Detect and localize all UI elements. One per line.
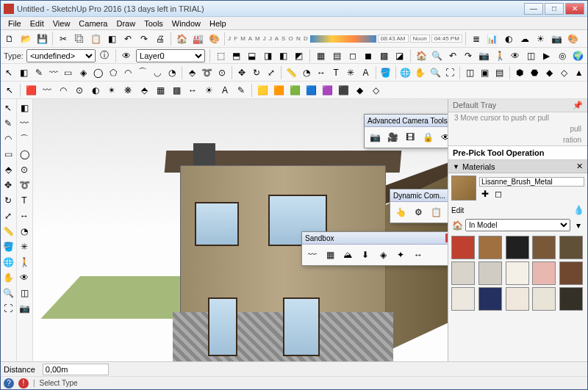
lt-pan-icon[interactable]: ✋ — [1, 270, 15, 285]
plugin10-icon[interactable]: ▩ — [169, 83, 184, 98]
sand-contour-icon[interactable]: 〰 — [304, 247, 320, 263]
lt-line-icon[interactable]: ✎ — [1, 116, 15, 131]
left-icon[interactable]: ◩ — [293, 48, 305, 63]
maximize-button[interactable]: □ — [545, 3, 564, 15]
anim-icon[interactable]: ▶ — [540, 48, 553, 63]
lt-paint-icon[interactable]: 🪣 — [1, 239, 15, 254]
lt2-section-icon[interactable]: ◫ — [17, 286, 32, 300]
pushpull-icon[interactable]: ⬘ — [185, 65, 198, 80]
tray-pin-icon[interactable]: 📌 — [573, 101, 583, 110]
home-view-icon[interactable]: 🏠 — [415, 48, 428, 63]
material-swatch[interactable] — [506, 236, 529, 259]
menu-help[interactable]: Help — [205, 18, 231, 29]
material-swatch[interactable] — [451, 261, 475, 285]
walk-icon[interactable]: 🚶 — [493, 48, 506, 63]
outliner-icon[interactable]: 📊 — [485, 32, 500, 46]
axes-icon[interactable]: ✳ — [344, 65, 357, 80]
styles2-icon[interactable]: 🎨 — [566, 32, 581, 46]
solid4-icon[interactable]: ◇ — [557, 65, 570, 80]
type-select[interactable]: <undefined> — [26, 49, 96, 62]
shadow-time-slider[interactable] — [310, 35, 376, 43]
sectioncut-icon[interactable]: ▤ — [493, 65, 506, 80]
circle-icon[interactable]: ◯ — [91, 65, 104, 80]
look-icon[interactable]: 👁 — [509, 48, 522, 63]
plugin20-icon[interactable]: ⬛ — [336, 83, 351, 98]
cam-tool3-icon[interactable]: 🎞 — [402, 129, 418, 145]
geo-icon[interactable]: 🌍 — [572, 48, 584, 63]
sectiondisp-icon[interactable]: ▣ — [478, 65, 492, 80]
lt2-eraser-icon[interactable]: ◧ — [17, 101, 32, 115]
menu-camera[interactable]: Camera — [74, 18, 112, 29]
lt2-dims-icon[interactable]: ↔ — [17, 209, 32, 223]
plugin11-icon[interactable]: ↔ — [185, 83, 200, 98]
menu-draw[interactable]: Draw — [112, 18, 140, 29]
eyedropper-icon[interactable]: 💧 — [573, 204, 584, 216]
paint-icon[interactable]: 🪣 — [379, 65, 392, 80]
lt2-arc2-icon[interactable]: ⌒ — [17, 131, 32, 146]
home-material-icon[interactable]: 🏠 — [451, 220, 463, 231]
plugin21-icon[interactable]: ◆ — [352, 83, 367, 98]
plugin2-icon[interactable]: 〰 — [40, 83, 54, 98]
open-icon[interactable]: 📂 — [18, 32, 33, 46]
lt2-protractor-icon[interactable]: ◔ — [17, 224, 32, 239]
plugin1-icon[interactable]: 🟥 — [24, 83, 38, 98]
arc-icon[interactable]: ◠ — [121, 65, 135, 80]
help-icon[interactable]: ? — [4, 378, 14, 389]
select2-icon[interactable]: ↖ — [2, 83, 17, 98]
rect-icon[interactable]: ▭ — [62, 65, 75, 80]
lt-move-icon[interactable]: ✥ — [1, 178, 15, 192]
camera2-icon[interactable]: 📷 — [550, 32, 564, 46]
layer-visible-icon[interactable]: 👁 — [121, 48, 133, 63]
tape-icon[interactable]: 📏 — [284, 65, 298, 80]
sand-smoove-icon[interactable]: ⛰ — [340, 247, 356, 263]
match-icon[interactable]: ◎ — [556, 48, 569, 63]
plugin14-icon[interactable]: ✎ — [234, 83, 248, 98]
distance-input[interactable] — [43, 364, 109, 375]
3dtext-icon[interactable]: A — [359, 65, 372, 80]
cam-tool1-icon[interactable]: 📷 — [367, 129, 383, 145]
close-button[interactable]: ✕ — [565, 3, 584, 15]
back-icon[interactable]: ◧ — [277, 48, 290, 63]
arc2-icon[interactable]: ⌒ — [136, 65, 149, 80]
orbit-icon[interactable]: 🌐 — [399, 65, 412, 80]
material-swatch[interactable] — [532, 287, 556, 311]
solid3-icon[interactable]: ◆ — [542, 65, 556, 80]
plugin18-icon[interactable]: 🟦 — [304, 83, 318, 98]
plugin13-icon[interactable]: A — [218, 83, 232, 98]
materials-header[interactable]: ▼ Materials ✕ — [448, 160, 587, 173]
lt2-walk-icon[interactable]: 🚶 — [17, 255, 32, 270]
eraser2-icon[interactable]: ◧ — [17, 65, 30, 80]
material-swatch[interactable] — [559, 287, 583, 311]
material-name-input[interactable] — [479, 177, 584, 187]
menu-window[interactable]: Window — [168, 18, 205, 29]
follow-icon[interactable]: ➰ — [201, 65, 214, 80]
solid1-icon[interactable]: ⬢ — [513, 65, 526, 80]
material-swatch[interactable] — [559, 261, 583, 285]
solid2-icon[interactable]: ⬣ — [528, 65, 541, 80]
iso-icon[interactable]: ⬚ — [215, 48, 227, 63]
lt-scale-icon[interactable]: ⤢ — [1, 209, 15, 223]
eraser-icon[interactable]: ◧ — [104, 32, 119, 46]
minimize-button[interactable]: — — [524, 3, 543, 15]
sand-stamp-icon[interactable]: ⬇ — [357, 247, 373, 263]
lt2-freehand-icon[interactable]: 〰 — [17, 116, 32, 131]
lt-zoom-icon[interactable]: 🔍 — [1, 286, 15, 300]
material-swatch[interactable] — [532, 236, 556, 259]
undo-icon[interactable]: ↶ — [121, 32, 135, 46]
protractor-icon[interactable]: ◔ — [300, 65, 313, 80]
menu-view[interactable]: View — [49, 18, 75, 29]
extension-icon[interactable]: 🎨 — [207, 32, 221, 46]
material-scope-select[interactable]: In Model — [465, 219, 570, 231]
plugin4-icon[interactable]: ⊙ — [72, 83, 87, 98]
material-swatch[interactable] — [559, 236, 583, 259]
rotate-icon[interactable]: ↻ — [250, 65, 263, 80]
print-icon[interactable]: 🖨 — [153, 32, 168, 46]
plugin9-icon[interactable]: ▦ — [153, 83, 168, 98]
select-icon[interactable]: ↖ — [2, 65, 15, 80]
front-icon[interactable]: ⬓ — [245, 48, 258, 63]
lt2-follow-icon[interactable]: ➰ — [17, 178, 32, 192]
top-icon[interactable]: ⬒ — [230, 48, 243, 63]
material-swatch[interactable] — [478, 261, 502, 285]
wire-icon[interactable]: ▤ — [331, 48, 343, 63]
cam-tool4-icon[interactable]: 🔒 — [420, 129, 436, 145]
